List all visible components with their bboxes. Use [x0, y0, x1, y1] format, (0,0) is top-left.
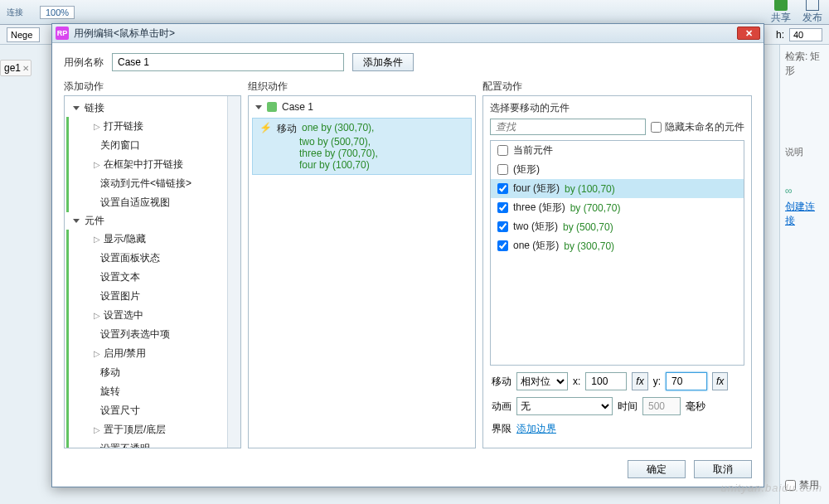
- list-item[interactable]: (矩形): [491, 160, 744, 179]
- h-label: h:: [776, 29, 784, 41]
- tree-item[interactable]: ▷在框架中打开链接: [69, 155, 227, 174]
- tree-item[interactable]: 设置面板状态: [69, 249, 227, 268]
- list-item[interactable]: three (矩形) by (700,70): [491, 198, 744, 217]
- actions-tree-panel: 链接 ▷打开链接 关闭窗口 ▷在框架中打开链接 滚动到元件<锚链接> 设置自适应…: [64, 95, 241, 448]
- tree-item[interactable]: 设置不透明: [69, 439, 227, 448]
- tree-item[interactable]: 设置图片: [69, 287, 227, 306]
- config-header: 选择要移动的元件: [483, 96, 751, 119]
- close-icon[interactable]: ✕: [22, 64, 29, 73]
- tree-group-link[interactable]: 链接: [65, 99, 227, 117]
- create-link[interactable]: 创建连接: [785, 200, 824, 228]
- app-icon: RP: [56, 27, 69, 40]
- publish-button[interactable]: 发布: [802, 0, 822, 25]
- list-item[interactable]: one (矩形) by (300,70): [491, 236, 744, 255]
- zoom-select[interactable]: 100%: [40, 6, 75, 19]
- y-label: y:: [653, 376, 661, 387]
- cancel-button[interactable]: 取消: [694, 460, 752, 478]
- tree-item[interactable]: ▷设置选中: [69, 306, 227, 325]
- tree-item[interactable]: ▷启用/禁用: [69, 344, 227, 363]
- tree-item[interactable]: 设置文本: [69, 268, 227, 287]
- time-input[interactable]: [642, 397, 681, 415]
- fx-button[interactable]: fx: [712, 372, 728, 390]
- app-toolbar: 连接 100% 共享 发布: [0, 0, 829, 25]
- page-tab[interactable]: ge1✕: [0, 60, 32, 76]
- item-checkbox[interactable]: [497, 202, 508, 213]
- neg-input[interactable]: [7, 27, 40, 42]
- dialog-titlebar[interactable]: RP 用例编辑<鼠标单击时> ✕: [52, 24, 764, 43]
- y-input[interactable]: [666, 372, 707, 390]
- list-item[interactable]: four (矩形) by (100,70): [491, 179, 744, 198]
- hide-unnamed-checkbox[interactable]: 隐藏未命名的元件: [651, 120, 744, 134]
- tree-item[interactable]: 设置自适应视图: [69, 193, 227, 212]
- bolt-icon: ⚡: [259, 122, 272, 136]
- action-node[interactable]: ⚡ 移动 one by (300,70), two by (500,70), t…: [252, 118, 472, 175]
- item-label: (矩形): [513, 162, 540, 177]
- item-by: by (300,70): [564, 240, 614, 252]
- item-by: by (100,70): [565, 183, 615, 195]
- list-item[interactable]: 当前元件: [491, 141, 744, 160]
- item-checkbox[interactable]: [497, 145, 508, 156]
- tree-item[interactable]: ▷打开链接: [69, 117, 227, 136]
- anim-select[interactable]: 无: [516, 397, 613, 415]
- item-checkbox[interactable]: [497, 240, 508, 251]
- col3-header: 配置动作: [482, 80, 752, 94]
- right-panel: 检索: 矩形 说明 ∞ 创建连接 禁用: [779, 45, 829, 504]
- item-by: by (700,70): [570, 202, 621, 214]
- tree-group-component[interactable]: 元件: [65, 212, 227, 230]
- fx-button[interactable]: fx: [632, 372, 647, 390]
- item-label: three (矩形): [513, 201, 565, 215]
- item-checkbox[interactable]: [497, 164, 508, 175]
- watermark: unityan.baidu.com: [720, 482, 822, 494]
- item-checkbox[interactable]: [497, 221, 508, 232]
- item-label: 当前元件: [513, 143, 553, 158]
- bound-label: 界限: [492, 422, 511, 436]
- tree-item[interactable]: ▷显示/隐藏: [69, 230, 227, 249]
- tree-item[interactable]: 关闭窗口: [69, 136, 227, 155]
- dialog-title: 用例编辑<鼠标单击时>: [74, 27, 175, 41]
- item-label: two (矩形): [513, 220, 558, 234]
- case-icon: [267, 102, 277, 112]
- tree-item[interactable]: 旋转: [69, 382, 227, 401]
- item-label: four (矩形): [513, 182, 560, 196]
- case-name-input[interactable]: [112, 53, 344, 71]
- configure-panel: 选择要移动的元件 隐藏未命名的元件 当前元件(矩形)four (矩形) by (…: [482, 95, 752, 448]
- case-editor-dialog: RP 用例编辑<鼠标单击时> ✕ 用例名称 添加条件 添加动作 组织动作 配置动…: [51, 23, 764, 487]
- list-item[interactable]: two (矩形) by (500,70): [491, 217, 744, 236]
- move-mode-select[interactable]: 相对位: [516, 372, 568, 390]
- scrollbar[interactable]: [227, 96, 240, 448]
- tree-item[interactable]: 设置列表选中项: [69, 325, 227, 344]
- search-input[interactable]: [490, 119, 646, 135]
- h-input[interactable]: [789, 28, 822, 41]
- item-checkbox[interactable]: [497, 183, 508, 194]
- share-button[interactable]: 共享: [771, 0, 791, 25]
- anim-label: 动画: [492, 400, 511, 414]
- ok-button[interactable]: 确定: [628, 460, 686, 478]
- item-label: one (矩形): [513, 239, 559, 253]
- x-input[interactable]: [585, 372, 627, 390]
- move-label: 移动: [492, 375, 511, 389]
- col2-header: 组织动作: [248, 80, 482, 94]
- case-name-label: 用例名称: [64, 56, 104, 70]
- organize-panel: Case 1 ⚡ 移动 one by (300,70), two by (500…: [248, 95, 476, 448]
- tree-item[interactable]: 设置尺寸: [69, 401, 227, 420]
- tree-item[interactable]: 移动: [69, 363, 227, 382]
- connect-label: 连接: [7, 7, 23, 18]
- add-boundary-link[interactable]: 添加边界: [516, 422, 556, 436]
- ms-label: 毫秒: [686, 400, 705, 414]
- case-node[interactable]: Case 1: [249, 96, 475, 118]
- col1-header: 添加动作: [64, 80, 248, 94]
- close-button[interactable]: ✕: [737, 27, 760, 40]
- tree-item[interactable]: 滚动到元件<锚链接>: [69, 174, 227, 193]
- time-label: 时间: [618, 400, 638, 414]
- widget-list: 当前元件(矩形)four (矩形) by (100,70)three (矩形) …: [490, 140, 744, 366]
- x-label: x:: [573, 376, 580, 387]
- item-by: by (500,70): [563, 221, 613, 233]
- add-condition-button[interactable]: 添加条件: [352, 53, 414, 71]
- tree-item[interactable]: ▷置于顶层/底层: [69, 420, 227, 439]
